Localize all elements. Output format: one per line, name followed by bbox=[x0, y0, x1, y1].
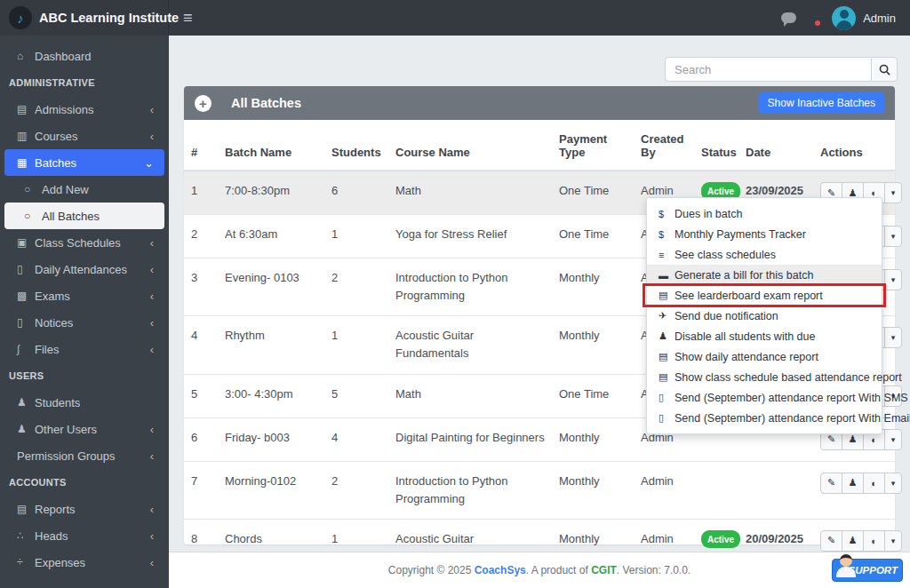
chevron-left-icon: ‹ bbox=[150, 316, 154, 330]
chevron-left-icon: ‹ bbox=[150, 103, 154, 116]
row-action-button[interactable]: ✎ bbox=[820, 530, 842, 552]
cell-course: Acoustic Guitar Fundamentals bbox=[388, 316, 552, 374]
row-action-button[interactable]: ◐ bbox=[863, 473, 885, 494]
row-dropdown-toggle-button[interactable]: ▾ bbox=[884, 473, 902, 494]
sidebar-toggle-icon[interactable]: ≡ bbox=[183, 10, 193, 26]
cell-payment: Monthly bbox=[552, 461, 634, 519]
coachsys-link[interactable]: CoachSys bbox=[475, 564, 526, 576]
paper-plane-icon: ✈ bbox=[659, 310, 675, 322]
dropdown-item-send-september-attendance-report-with-sms[interactable]: ▯Send (September) attendance report With… bbox=[647, 387, 882, 408]
row-dropdown-toggle-button[interactable]: ▾ bbox=[884, 530, 902, 552]
dropdown-item-send-due-notification[interactable]: ✈Send due notification bbox=[647, 306, 882, 326]
sidebar-item-admissions[interactable]: ▤Admissions‹ bbox=[4, 96, 164, 123]
sidebar-item-label: Expenses bbox=[35, 556, 85, 569]
circle-icon: ○ bbox=[24, 183, 42, 195]
sidebar-item-batches[interactable]: ▦Batches⌄ bbox=[4, 149, 164, 176]
admissions-icon: ▤ bbox=[17, 103, 35, 115]
cell-students: 2 bbox=[324, 258, 388, 316]
column-header-status: Status bbox=[694, 120, 738, 171]
cell-students: 4 bbox=[324, 417, 388, 461]
dropdown-item-send-september-attendance-report-with-email[interactable]: ▯Send (September) attendance report With… bbox=[647, 408, 882, 428]
chevron-left-icon: ‹ bbox=[150, 449, 154, 463]
row-dropdown-toggle-button[interactable]: ▾ bbox=[884, 269, 902, 290]
topbar: ♪ ABC Learning Institute ≡ Admin bbox=[0, 0, 910, 36]
sidebar-item-all-batches[interactable]: ○All Batches bbox=[4, 203, 164, 229]
row-actions-group: ✎♟◐▾ bbox=[820, 473, 902, 494]
sidebar-item-label: Admissions bbox=[35, 103, 93, 116]
sidebar-item-class-schedules[interactable]: ▣Class Schedules‹ bbox=[4, 229, 164, 256]
sidebar-item-notices[interactable]: ▯Notices‹ bbox=[4, 309, 164, 336]
chevron-down-icon: ⌄ bbox=[144, 156, 154, 170]
report-icon: ▤ bbox=[659, 371, 675, 383]
sidebar-item-label: Class Schedules bbox=[35, 236, 121, 250]
dropdown-item-disable-all-students-with-due[interactable]: ♟Disable all students with due bbox=[647, 326, 882, 346]
chevron-left-icon: ‹ bbox=[150, 556, 154, 569]
list-icon: ≡ bbox=[659, 250, 675, 260]
courses-icon: ▥ bbox=[17, 130, 35, 142]
dropdown-item-label: Send due notification bbox=[675, 310, 778, 322]
sidebar-item-label: Courses bbox=[35, 130, 77, 143]
cell-payment: One Time bbox=[552, 374, 634, 417]
report-icon: ▤ bbox=[659, 290, 675, 301]
brand[interactable]: ♪ ABC Learning Institute bbox=[0, 0, 169, 36]
dropdown-item-dues-in-batch[interactable]: $Dues in batch bbox=[647, 203, 882, 224]
row-action-button[interactable]: ◐ bbox=[863, 530, 885, 552]
row-dropdown-toggle-button[interactable]: ▾ bbox=[884, 226, 902, 247]
dropdown-item-generate-a-bill-for-this-batch[interactable]: ▬Generate a bill for this batch bbox=[647, 265, 882, 285]
sidebar-item-courses[interactable]: ▥Courses‹ bbox=[4, 123, 164, 149]
chevron-left-icon: ‹ bbox=[150, 130, 154, 143]
sidebar-item-files[interactable]: ∫Files‹ bbox=[4, 336, 164, 362]
cell-course: Digital Painting for Beginners bbox=[388, 417, 552, 461]
dropdown-item-show-daily-attendance-report[interactable]: ▤Show daily attendance report bbox=[647, 346, 882, 367]
chevron-left-icon: ‹ bbox=[150, 423, 154, 436]
sitemap-icon: ∴ bbox=[17, 529, 35, 542]
cell-batch: 3:00- 4:30pm bbox=[218, 374, 324, 417]
sidebar-item-label: Exams bbox=[35, 290, 70, 303]
card-header: + All Batches Show Inactive Batches bbox=[184, 86, 895, 120]
cgit-link[interactable]: CGIT bbox=[591, 564, 617, 576]
sidebar: ⌂DashboardADMINISTRATIVE▤Admissions‹▥Cou… bbox=[0, 36, 169, 588]
caret-down-icon: ▾ bbox=[891, 479, 896, 488]
cell-course: Math bbox=[388, 171, 552, 215]
sidebar-item-add-new[interactable]: ○Add New bbox=[4, 176, 164, 203]
search-input[interactable] bbox=[665, 57, 871, 82]
admin-menu[interactable]: Admin bbox=[832, 6, 896, 30]
chevron-left-icon: ‹ bbox=[150, 290, 154, 303]
row-dropdown-toggle-button[interactable]: ▾ bbox=[884, 429, 902, 450]
row-action-button[interactable]: ♟ bbox=[842, 530, 864, 552]
row-dropdown-toggle-button[interactable]: ▾ bbox=[884, 327, 902, 348]
dropdown-item-see-learderboard-exam-report[interactable]: ▤See learderboard exam report bbox=[647, 285, 882, 306]
dropdown-item-label: See class schedules bbox=[675, 249, 776, 261]
student-icon: ♟ bbox=[849, 433, 858, 445]
sidebar-item-permission-groups[interactable]: Permission Groups‹ bbox=[4, 442, 164, 469]
search-icon bbox=[879, 64, 890, 75]
home-icon: ⌂ bbox=[17, 50, 35, 62]
sidebar-item-exams[interactable]: ▩Exams‹ bbox=[4, 282, 164, 309]
sidebar-item-other-users[interactable]: ♟Other Users‹ bbox=[4, 416, 164, 442]
sidebar-item-students[interactable]: ♟Students bbox=[4, 389, 164, 416]
dropdown-item-see-class-schedules[interactable]: ≡See class schedules bbox=[647, 244, 882, 265]
dropdown-item-monthly-payments-tracker[interactable]: $Monthly Payments Tracker bbox=[647, 224, 882, 244]
sidebar-item-label: Batches bbox=[35, 156, 76, 170]
dropdown-item-label: Monthly Payments Tracker bbox=[675, 228, 806, 241]
sidebar-item-expenses[interactable]: ÷Expenses‹ bbox=[4, 549, 164, 576]
support-button[interactable]: SUPPORT bbox=[832, 559, 903, 582]
chat-icon[interactable] bbox=[781, 12, 796, 23]
sidebar-item-reports[interactable]: ▤Reports‹ bbox=[4, 496, 164, 522]
show-inactive-batches-button[interactable]: Show Inactive Batches bbox=[759, 92, 884, 114]
add-batch-icon[interactable]: + bbox=[195, 95, 212, 112]
clipboard-icon: ▯ bbox=[659, 412, 675, 424]
row-action-button[interactable]: ✎ bbox=[820, 473, 842, 494]
row-dropdown-toggle-button[interactable]: ▾ bbox=[884, 182, 902, 203]
sidebar-item-label: Dashboard bbox=[35, 50, 92, 63]
search-button[interactable] bbox=[871, 57, 898, 82]
sidebar-item-heads[interactable]: ∴Heads‹ bbox=[4, 522, 164, 549]
sidebar-item-daily-attendances[interactable]: ▯Daily Attendances‹ bbox=[4, 256, 164, 282]
sidebar-section-users: USERS bbox=[0, 362, 169, 389]
dropdown-item-show-class-schedule-based-attendance-report[interactable]: ▤Show class schedule based attendance re… bbox=[647, 367, 882, 387]
edit-icon: ✎ bbox=[827, 433, 835, 445]
clipboard-icon: ▯ bbox=[659, 392, 675, 403]
row-action-button[interactable]: ♟ bbox=[842, 473, 864, 494]
cell-batch: 7:00-8:30pm bbox=[218, 171, 324, 215]
sidebar-item-dashboard[interactable]: ⌂Dashboard bbox=[4, 43, 164, 69]
